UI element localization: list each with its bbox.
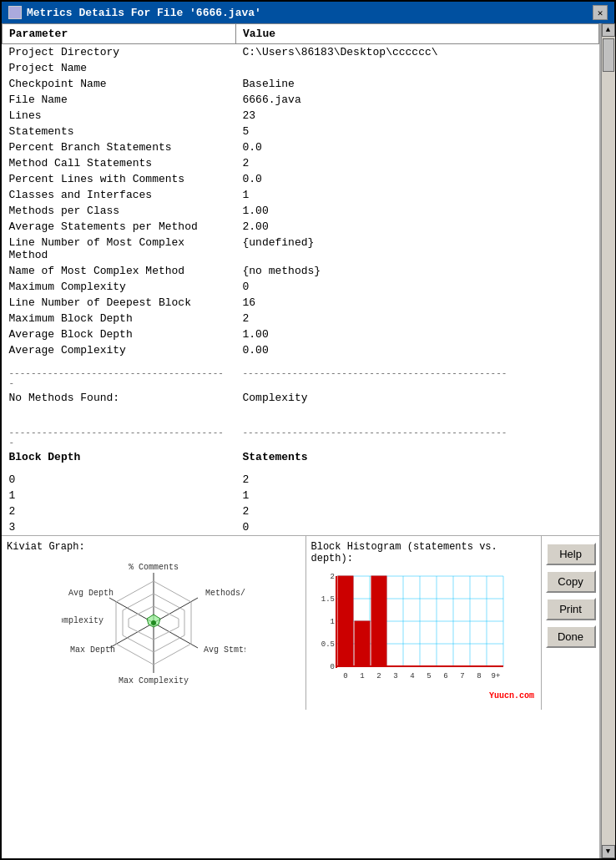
- kiviat-label: Kiviat Graph:: [7, 541, 300, 553]
- scroll-down-button[interactable]: ▼: [602, 845, 615, 858]
- help-button[interactable]: Help: [546, 543, 596, 565]
- watermark: Yuucn.com: [489, 691, 534, 701]
- main-content: Parameter Value Project DirectoryC:\User…: [2, 23, 601, 858]
- table-container: Parameter Value Project DirectoryC:\User…: [2, 23, 599, 535]
- param-cell: Average Statements per Method: [3, 219, 236, 235]
- block-depth-data-row: 02: [3, 472, 599, 488]
- scrollbar-thumb[interactable]: [603, 38, 614, 72]
- svg-text:2: 2: [376, 672, 381, 680]
- svg-text:0.5: 0.5: [321, 640, 334, 649]
- no-methods-label: No Methods Found:: [3, 390, 236, 406]
- depth-value: 2: [3, 503, 236, 519]
- value-cell: {no methods}: [236, 263, 599, 279]
- table-row: Line Number of Deepest Block16: [3, 295, 599, 311]
- svg-point-10: [151, 620, 156, 625]
- separator-left-2: ----------------------------------------: [3, 426, 236, 449]
- scrollbar[interactable]: ▲ ▼: [601, 23, 614, 858]
- param-header: Parameter: [3, 24, 236, 44]
- value-cell: 2: [236, 311, 599, 326]
- table-row: Lines23: [3, 108, 599, 124]
- separator-row-1: ----------------------------------------…: [3, 367, 599, 390]
- copy-button[interactable]: Copy: [546, 570, 596, 593]
- depth-value: 3: [3, 519, 236, 535]
- histogram-section: Block Histogram (statements vs. depth):: [306, 536, 542, 710]
- histogram-svg: 2 1.5 1 0.5 0 0 1 2 3 4: [311, 568, 512, 701]
- histogram-label: Block Histogram (statements vs. depth):: [311, 541, 537, 564]
- table-row: Maximum Block Depth2: [3, 311, 599, 326]
- svg-text:Avg Complexity: Avg Complexity: [62, 616, 104, 625]
- value-cell: C:\Users\86183\Desktop\cccccc\: [236, 44, 599, 61]
- svg-text:1: 1: [330, 618, 334, 626]
- svg-text:8: 8: [477, 672, 481, 680]
- main-window: Metrics Details For File '6666.java' ✕ P…: [0, 0, 616, 860]
- value-cell: Baseline: [236, 76, 599, 92]
- svg-text:0: 0: [330, 663, 334, 671]
- param-cell: Method Call Statements: [3, 155, 236, 171]
- table-row: Percent Lines with Comments0.0: [3, 171, 599, 187]
- param-cell: Methods per Class: [3, 203, 236, 219]
- param-cell: Percent Lines with Comments: [3, 171, 236, 187]
- table-row: Project Name: [3, 60, 599, 76]
- scroll-up-button[interactable]: ▲: [602, 23, 615, 37]
- window-title: Metrics Details For File '6666.java': [27, 7, 261, 19]
- svg-text:6: 6: [443, 672, 447, 680]
- param-cell: Project Name: [3, 60, 236, 76]
- table-row: Line Number of Most Complex Method{undef…: [3, 235, 599, 263]
- metrics-table: Parameter Value Project DirectoryC:\User…: [2, 23, 599, 535]
- right-section: Block Histogram (statements vs. depth):: [306, 536, 600, 710]
- param-cell: Line Number of Most Complex Method: [3, 235, 236, 263]
- value-cell: {undefined}: [236, 235, 599, 263]
- param-cell: File Name: [3, 92, 236, 108]
- param-cell: Lines: [3, 108, 236, 124]
- svg-text:9+: 9+: [491, 672, 500, 680]
- value-cell: 1.00: [236, 326, 599, 342]
- value-cell: 0.00: [236, 342, 599, 358]
- param-cell: Statements: [3, 124, 236, 139]
- table-row: Statements5: [3, 124, 599, 139]
- block-depth-data-row: 30: [3, 519, 599, 535]
- table-row: Average Complexity0.00: [3, 342, 599, 358]
- print-button[interactable]: Print: [546, 598, 596, 620]
- param-cell: Project Directory: [3, 44, 236, 61]
- value-cell: 5: [236, 124, 599, 139]
- svg-text:Max Complexity: Max Complexity: [119, 676, 189, 685]
- table-header-row: Parameter Value: [3, 24, 599, 44]
- content-area: Parameter Value Project DirectoryC:\User…: [2, 23, 614, 858]
- scrollbar-track[interactable]: [602, 37, 615, 845]
- table-row: File Name6666.java: [3, 92, 599, 108]
- value-cell: 1: [236, 187, 599, 203]
- bottom-section: Kiviat Graph:: [2, 535, 599, 710]
- value-cell: [236, 60, 599, 76]
- value-cell: 0.0: [236, 171, 599, 187]
- param-cell: Line Number of Deepest Block: [3, 295, 236, 311]
- close-button[interactable]: ✕: [593, 5, 608, 20]
- param-cell: Average Block Depth: [3, 326, 236, 342]
- bd-spacer: [3, 465, 599, 472]
- table-row: Methods per Class1.00: [3, 203, 599, 219]
- table-row: Average Block Depth1.00: [3, 326, 599, 342]
- value-cell: 2.00: [236, 219, 599, 235]
- table-row: Average Statements per Method2.00: [3, 219, 599, 235]
- svg-text:1: 1: [360, 672, 364, 680]
- svg-text:3: 3: [393, 672, 397, 680]
- svg-rect-36: [355, 621, 370, 666]
- param-cell: Checkpoint Name: [3, 76, 236, 92]
- svg-rect-35: [338, 576, 353, 666]
- stmt-value: 2: [236, 503, 599, 519]
- param-cell: Name of Most Complex Method: [3, 263, 236, 279]
- svg-text:Max Depth: Max Depth: [70, 645, 115, 655]
- svg-text:Methods/Class: Methods/Class: [205, 589, 245, 598]
- stmt-value: 1: [236, 488, 599, 503]
- action-buttons: Help Copy Print Done: [541, 536, 599, 710]
- svg-text:Avg Depth: Avg Depth: [68, 589, 114, 598]
- window-icon: [8, 6, 22, 19]
- svg-text:1.5: 1.5: [321, 595, 334, 604]
- empty-row: [3, 358, 599, 367]
- depth-value: 1: [3, 488, 236, 503]
- done-button[interactable]: Done: [546, 625, 596, 648]
- kiviat-graph: % Comments Methods/Class Avg Stmts/Metho…: [62, 556, 245, 690]
- block-depth-data-row: 11: [3, 488, 599, 503]
- statements-header: Statements: [236, 449, 599, 465]
- table-row: Classes and Interfaces1: [3, 187, 599, 203]
- table-row: Method Call Statements2: [3, 155, 599, 171]
